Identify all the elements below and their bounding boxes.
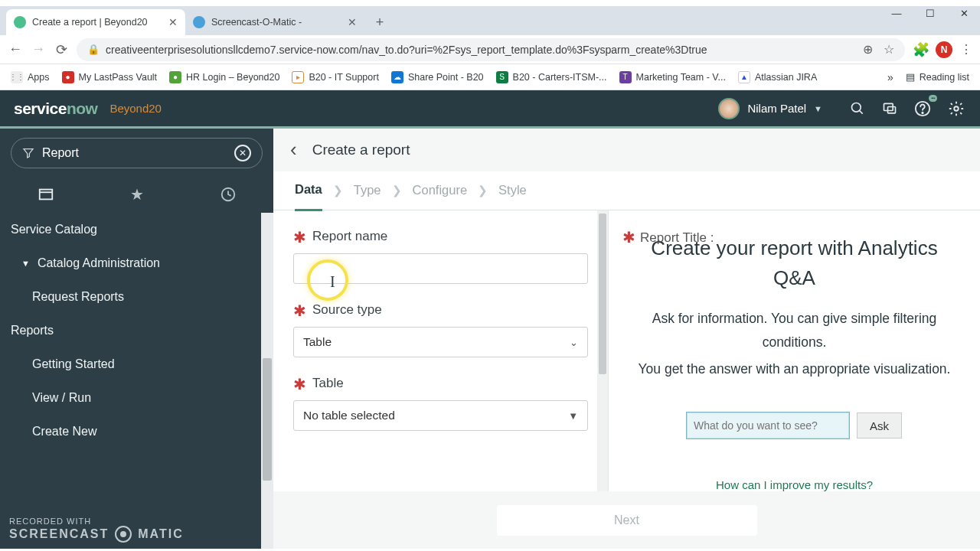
maximize-icon[interactable]: ☐: [923, 8, 937, 19]
nav-item-create-new[interactable]: Create New: [0, 415, 273, 448]
zoom-icon[interactable]: ⊕: [863, 42, 873, 57]
nav-tab-favorites[interactable]: ★: [91, 185, 182, 204]
required-asterisk-icon: ✱: [293, 375, 306, 393]
tab-close-icon[interactable]: ✕: [168, 16, 178, 28]
scrollbar-thumb[interactable]: [599, 214, 606, 374]
nav-filter[interactable]: ✕: [11, 138, 263, 168]
nav-app-reports[interactable]: Reports: [0, 314, 273, 347]
servicenow-logo[interactable]: servicenow: [14, 99, 97, 118]
bookmark-apps[interactable]: ⋮⋮Apps: [11, 71, 50, 83]
lock-icon: 🔒: [87, 44, 100, 55]
instance-label: Beyond20: [109, 102, 162, 115]
chat-icon[interactable]: [882, 101, 897, 116]
step-configure[interactable]: Configure: [413, 183, 468, 197]
step-type[interactable]: Type: [354, 183, 381, 197]
browser-tab-strip: Create a report | Beyond20 ✕ Screencast-…: [0, 6, 980, 35]
bookmark-item[interactable]: ☁Share Point - B20: [391, 71, 484, 83]
bookmark-item[interactable]: ▲Atlassian JIRA: [738, 71, 817, 83]
wizard-footer: Next: [273, 491, 980, 549]
avatar: [718, 98, 740, 119]
browser-tab[interactable]: Screencast-O-Matic - ✕: [185, 9, 364, 35]
address-bar[interactable]: 🔒 creativeenterprisesolutionsllcdemo7.se…: [77, 38, 905, 61]
step-style[interactable]: Style: [498, 183, 527, 197]
select-value: No table selected: [303, 409, 395, 422]
funnel-icon: [22, 147, 34, 159]
clear-filter-icon[interactable]: ✕: [234, 145, 251, 161]
form-scrollbar[interactable]: [597, 210, 608, 491]
forward-button[interactable]: →: [31, 41, 46, 57]
source-type-select[interactable]: Table ⌄: [293, 327, 588, 357]
search-icon[interactable]: [850, 101, 865, 116]
back-button[interactable]: ←: [8, 41, 23, 57]
ask-button[interactable]: Ask: [857, 412, 902, 439]
close-window-icon[interactable]: ✕: [957, 8, 971, 19]
help-icon[interactable]: [914, 100, 931, 117]
browser-toolbar: ← → ⟳ 🔒 creativeenterprisesolutionsllcde…: [0, 35, 980, 64]
select-value: Table: [303, 335, 332, 349]
analytics-qa-panel: ✱Report Title : Create your report with …: [609, 210, 980, 491]
bookmarks-bar: ⋮⋮Apps ●My LastPass Vault ●HR Login – Be…: [0, 64, 980, 90]
label-source-type: Source type: [312, 302, 382, 318]
user-menu[interactable]: Nilam Patel ▼: [718, 98, 822, 119]
qa-paragraph-1: Ask for information. You can give simple…: [632, 307, 957, 354]
reload-button[interactable]: ⟳: [54, 41, 69, 58]
user-name: Nilam Patel: [747, 102, 806, 115]
qa-input[interactable]: [687, 412, 849, 439]
triangle-down-icon: ▼: [21, 259, 30, 268]
svg-point-5: [922, 112, 923, 112]
step-data[interactable]: Data: [295, 182, 322, 211]
svg-rect-7: [39, 190, 52, 200]
tab-close-icon[interactable]: ✕: [348, 16, 357, 28]
browser-menu-icon[interactable]: ⋮: [960, 42, 972, 57]
triangle-down-icon: ▼: [568, 410, 578, 422]
bookmark-item[interactable]: ▸B20 - IT Support: [292, 71, 379, 83]
next-button[interactable]: Next: [497, 505, 757, 536]
nav-scrollbar[interactable]: [261, 213, 273, 549]
app-header: servicenow Beyond20 Nilam Patel ▼: [0, 90, 980, 129]
window-controls: — ☐ ✕: [890, 8, 971, 19]
label-table: Table: [312, 376, 344, 391]
chevron-right-icon: ❯: [392, 184, 402, 197]
qa-paragraph-2: You get the answer with an appropriate v…: [639, 357, 951, 381]
tab-title: Screencast-O-Matic -: [211, 17, 341, 28]
svg-point-0: [852, 103, 861, 112]
left-nav: ✕ ★ Service Catalog ▼Catalog Administrat…: [0, 129, 273, 549]
browser-tab-active[interactable]: Create a report | Beyond20 ✕: [6, 9, 185, 35]
chevron-right-icon: ❯: [333, 184, 343, 197]
bookmark-item[interactable]: SB20 - Carters-ITSM-...: [496, 71, 607, 83]
bookmark-item[interactable]: TMarketing Team - V...: [619, 71, 726, 83]
nav-item-getting-started[interactable]: Getting Started: [0, 347, 273, 381]
page-header: ‹ Create a report: [273, 129, 980, 171]
url-text: creativeenterprisesolutionsllcdemo7.serv…: [106, 44, 857, 56]
report-name-input[interactable]: [293, 253, 588, 284]
report-title-label: ✱Report Title :: [622, 227, 714, 246]
reading-list-button[interactable]: ▤Reading list: [906, 71, 969, 83]
wizard-steps: Data ❯ Type ❯ Configure ❯ Style: [273, 171, 980, 211]
scrollbar-thumb[interactable]: [263, 358, 272, 481]
bookmarks-overflow[interactable]: »: [887, 71, 893, 83]
nav-filter-input[interactable]: [42, 146, 227, 160]
page-title: Create a report: [312, 142, 410, 158]
required-asterisk-icon: ✱: [293, 228, 306, 246]
improve-results-link[interactable]: How can I improve my results?: [716, 478, 873, 491]
back-chevron-icon[interactable]: ‹: [290, 138, 297, 161]
label-report-name: Report name: [312, 229, 387, 244]
nav-item-request-reports[interactable]: Request Reports: [0, 280, 273, 314]
nav-mod-catalog-admin[interactable]: ▼Catalog Administration: [0, 246, 273, 280]
profile-button[interactable]: N: [936, 41, 952, 58]
minimize-icon[interactable]: —: [890, 8, 903, 19]
table-select[interactable]: No table selected ▼: [293, 400, 588, 431]
chevron-down-icon: ▼: [814, 104, 822, 113]
nav-app-service-catalog[interactable]: Service Catalog: [0, 213, 273, 246]
bookmark-star-icon[interactable]: ☆: [884, 42, 894, 57]
nav-tab-history[interactable]: [182, 186, 273, 203]
gear-icon[interactable]: [948, 100, 965, 117]
nav-item-view-run[interactable]: View / Run: [0, 381, 273, 415]
chevron-down-icon: ⌄: [570, 337, 578, 348]
svg-point-6: [954, 106, 959, 111]
new-tab-button[interactable]: +: [369, 11, 390, 33]
bookmark-item[interactable]: ●My LastPass Vault: [62, 71, 158, 83]
bookmark-item[interactable]: ●HR Login – Beyond20: [169, 71, 279, 83]
extensions-icon[interactable]: 🧩: [913, 41, 928, 58]
nav-tab-all[interactable]: [0, 186, 91, 203]
